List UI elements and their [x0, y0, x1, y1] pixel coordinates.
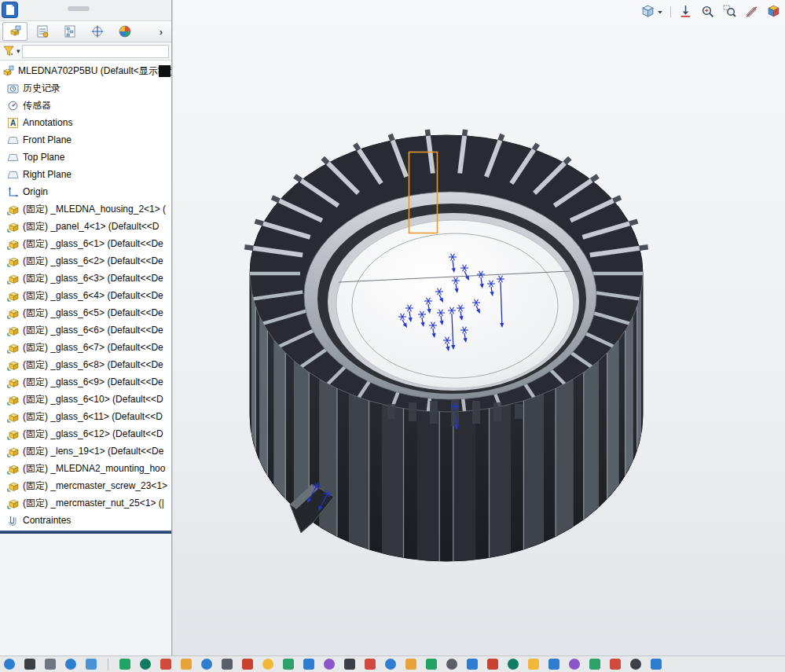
- tab-displaymanager[interactable]: [112, 22, 138, 41]
- part-icon: [7, 290, 19, 302]
- view-orientation-icon[interactable]: [640, 4, 663, 19]
- tab-featuremanager[interactable]: [2, 22, 28, 41]
- tree-item-label: (固定) _mercmaster_screw_23<1>: [23, 479, 167, 493]
- taskbar-icon[interactable]: [508, 659, 519, 670]
- taskbar-icon[interactable]: [467, 659, 478, 670]
- tab-dimxpert[interactable]: [85, 22, 110, 41]
- taskbar-icon[interactable]: [651, 659, 662, 670]
- tree-item-label: (固定) _panel_4<1> (Default<<D: [23, 220, 159, 233]
- tree-item[interactable]: MLEDNA702P5BU (Default<显示状态: [0, 62, 171, 79]
- taskbar-icon[interactable]: [426, 659, 437, 670]
- taskbar-icon[interactable]: [610, 659, 621, 670]
- tree-item[interactable]: (固定) _glass_6<11> (Default<<D: [0, 408, 171, 425]
- tree-item[interactable]: (固定) _lens_19<1> (Default<<De: [0, 442, 171, 460]
- tree-item[interactable]: (固定) _glass_6<4> (Default<<De: [0, 287, 171, 304]
- taskbar-icon[interactable]: [446, 659, 457, 670]
- panel-expand-chevron[interactable]: ›: [155, 24, 167, 39]
- taskbar-icon[interactable]: [222, 659, 233, 670]
- part-icon: [7, 463, 19, 475]
- taskbar-icon[interactable]: [283, 659, 294, 670]
- tree-item-label: Top Plane: [23, 152, 64, 163]
- part-icon: [7, 411, 19, 423]
- tree-item[interactable]: Front Plane: [0, 131, 171, 149]
- tree-item[interactable]: (固定) _glass_6<10> (Default<<D: [0, 391, 171, 408]
- taskbar-icon[interactable]: [201, 659, 212, 670]
- tree-item[interactable]: (固定) _mercmaster_nut_25<1> (|: [0, 494, 171, 512]
- taskbar-icon[interactable]: [242, 659, 253, 670]
- tree-item[interactable]: Origin: [0, 183, 171, 200]
- taskbar-icon[interactable]: [365, 659, 376, 670]
- taskbar-icon[interactable]: [324, 659, 335, 670]
- display-style-icon[interactable]: [766, 4, 781, 19]
- taskbar-icon[interactable]: [4, 659, 15, 670]
- tree-item[interactable]: (固定) _glass_6<6> (Default<<De: [0, 321, 171, 339]
- tree-item[interactable]: Top Plane: [0, 149, 171, 166]
- tree-item[interactable]: (固定) _glass_6<9> (Default<<De: [0, 373, 171, 391]
- taskbar-icon[interactable]: [487, 659, 498, 670]
- dimxpert-icon: [90, 24, 105, 39]
- taskbar-icon[interactable]: [140, 659, 151, 670]
- taskbar-icon[interactable]: [303, 659, 314, 670]
- tab-propertymanager[interactable]: [30, 22, 55, 41]
- filter-caret-icon[interactable]: ▾: [17, 48, 20, 55]
- part-icon: [7, 428, 19, 440]
- taskbar-icon[interactable]: [86, 659, 97, 670]
- filter-funnel-icon[interactable]: [2, 45, 15, 57]
- tree-item[interactable]: (固定) _glass_6<1> (Default<<De: [0, 235, 171, 252]
- tree-item[interactable]: (固定) _glass_6<5> (Default<<De: [0, 304, 171, 321]
- part-icon: [7, 342, 19, 354]
- tree-item[interactable]: Contraintes: [0, 512, 171, 529]
- plane-icon: [7, 169, 19, 181]
- panel-splitter-grip[interactable]: [68, 6, 90, 11]
- taskbar-icon[interactable]: [385, 659, 396, 670]
- tree-item[interactable]: 传感器: [0, 97, 171, 114]
- taskbar-icon[interactable]: [589, 659, 600, 670]
- taskbar-icon[interactable]: [528, 659, 539, 670]
- tab-configurationmanager[interactable]: [57, 22, 83, 41]
- tree-item-label: Contraintes: [23, 515, 71, 526]
- taskbar-icon[interactable]: [344, 659, 355, 670]
- taskbar-icon[interactable]: [160, 659, 171, 670]
- graphics-viewport[interactable]: [172, 0, 785, 655]
- tree-item[interactable]: Right Plane: [0, 166, 171, 183]
- tree-item[interactable]: (固定) _glass_6<8> (Default<<De: [0, 356, 171, 373]
- taskbar-icon[interactable]: [405, 659, 416, 670]
- tree-item[interactable]: (固定) _glass_6<2> (Default<<De: [0, 252, 171, 270]
- taskbar-icon[interactable]: [548, 659, 559, 670]
- tree-item-label: Front Plane: [23, 134, 72, 145]
- taskbar-icon[interactable]: [262, 659, 273, 670]
- section-view-icon[interactable]: [744, 4, 759, 19]
- tree-item[interactable]: (固定) _MLEDNA_housing_2<1> (: [0, 200, 171, 218]
- taskbar-icon[interactable]: [181, 659, 192, 670]
- solidworks-window: › ▾ MLEDNA702P5BU (Default<显示状态历史记录传感器AA…: [0, 0, 785, 672]
- taskbar-icon[interactable]: [24, 659, 35, 670]
- tree-item-label: (固定) _glass_6<11> (Default<<D: [23, 410, 163, 424]
- tree-item-label: (固定) _glass_6<4> (Default<<De: [23, 289, 163, 303]
- zoom-area-icon[interactable]: [722, 4, 737, 19]
- tree-item[interactable]: (固定) _MLEDNA2_mounting_hoo: [0, 460, 171, 477]
- tree-item[interactable]: (固定) _mercmaster_screw_23<1>: [0, 477, 171, 494]
- history-icon: [7, 83, 19, 94]
- taskbar-icon[interactable]: [569, 659, 580, 670]
- taskbar-icon[interactable]: [119, 659, 130, 670]
- zoom-to-fit-icon[interactable]: [678, 4, 693, 19]
- tree-item[interactable]: (固定) _glass_6<12> (Default<<D: [0, 425, 171, 442]
- part-icon: [7, 221, 19, 233]
- part-icon: [7, 255, 19, 267]
- taskbar-icon[interactable]: [45, 659, 56, 670]
- filter-input[interactable]: [22, 45, 169, 58]
- zoom-in-icon[interactable]: [700, 4, 715, 19]
- tree-item[interactable]: (固定) _panel_4<1> (Default<<D: [0, 218, 171, 235]
- tree-item-label: (固定) _mercmaster_nut_25<1> (|: [23, 497, 164, 510]
- part-icon: [7, 394, 19, 406]
- part-icon: [7, 498, 19, 509]
- taskbar-icon[interactable]: [630, 659, 641, 670]
- tree-item[interactable]: (固定) _glass_6<7> (Default<<De: [0, 339, 171, 356]
- tree-item-label: 历史记录: [23, 82, 61, 95]
- taskbar-icon[interactable]: [65, 659, 76, 670]
- tree-item[interactable]: 历史记录: [0, 79, 171, 97]
- plane-icon: [7, 152, 19, 163]
- tree-item[interactable]: AAnnotations: [0, 114, 171, 131]
- tree-item[interactable]: (固定) _glass_6<3> (Default<<De: [0, 270, 171, 287]
- plane-icon: [7, 134, 19, 146]
